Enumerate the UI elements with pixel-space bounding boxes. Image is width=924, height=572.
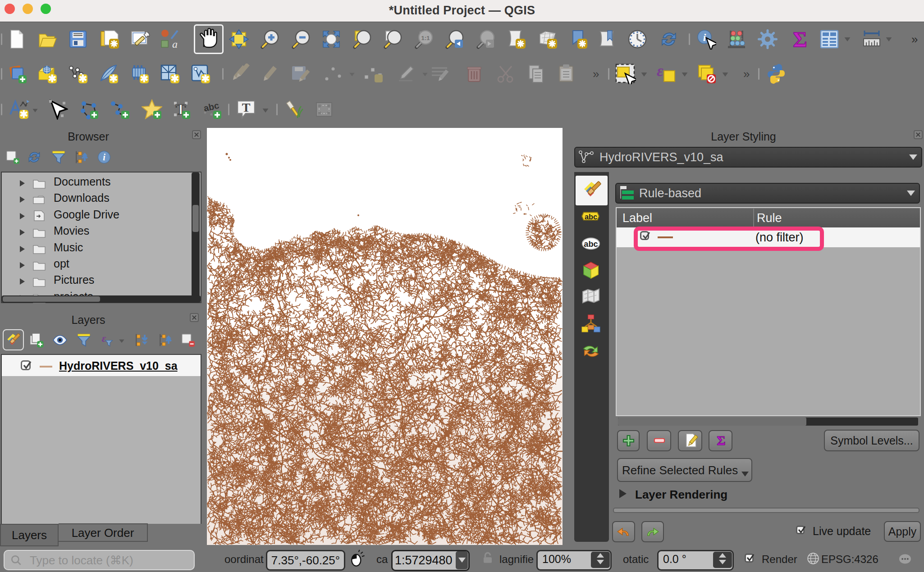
- svg-text:T: T: [242, 100, 251, 114]
- svg-text:✱: ✱: [171, 73, 179, 84]
- svg-text:Σ: Σ: [717, 433, 725, 448]
- svg-text:✱: ✱: [20, 109, 28, 120]
- svg-text:a: a: [172, 38, 178, 50]
- svg-text:✱: ✱: [201, 73, 210, 84]
- svg-text:Σ: Σ: [793, 29, 807, 50]
- svg-text:✱: ✱: [48, 73, 56, 84]
- svg-text:i: i: [103, 152, 105, 162]
- svg-text:ε: ε: [657, 64, 663, 80]
- svg-text:abc: abc: [585, 213, 597, 221]
- svg-text:✱: ✱: [140, 73, 148, 84]
- svg-text:✱: ✱: [110, 73, 118, 84]
- svg-text:abc: abc: [584, 240, 598, 249]
- svg-text:1:1: 1:1: [421, 35, 430, 41]
- svg-text:✱: ✱: [79, 73, 87, 84]
- svg-text:ε: ε: [102, 332, 106, 344]
